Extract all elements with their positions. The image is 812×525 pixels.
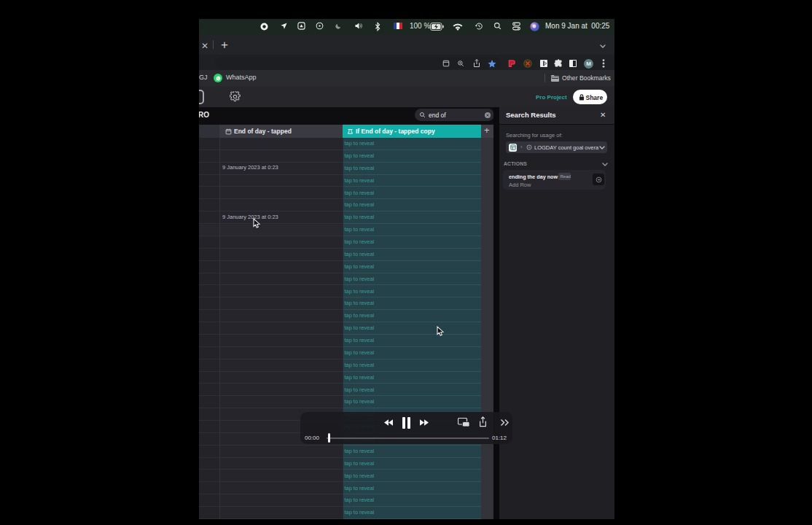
svg-text:M: M (586, 61, 591, 67)
